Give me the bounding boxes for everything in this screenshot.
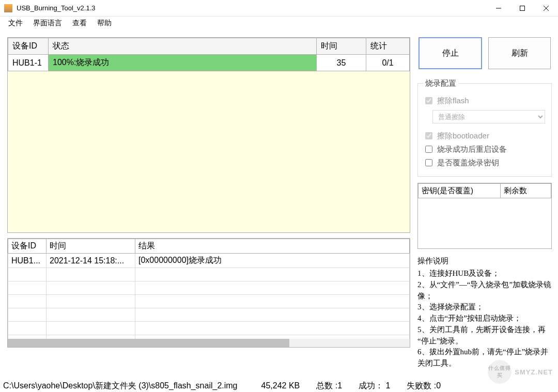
horizontal-scrollbar[interactable]	[8, 339, 410, 347]
col-id[interactable]: 设备ID	[8, 38, 49, 55]
log-col-result[interactable]: 结果	[135, 239, 410, 254]
titlebar: USB_Burning_Tool_v2.1.3	[0, 0, 558, 17]
menu-file[interactable]: 文件	[4, 18, 27, 29]
table-row[interactable]: HUB1-1 100%:烧录成功 35 0/1	[8, 55, 410, 71]
window-title: USB_Burning_Tool_v2.1.3	[17, 4, 487, 12]
menu-language[interactable]: 界面语言	[29, 18, 66, 29]
maximize-button[interactable]	[510, 0, 534, 16]
status-size: 45,242 KB	[253, 381, 308, 390]
cell-stat: 0/1	[366, 55, 410, 71]
log-table-header: 设备ID 时间 结果	[8, 239, 410, 254]
log-col-time[interactable]: 时间	[47, 239, 135, 254]
scrollbar-thumb[interactable]	[8, 339, 289, 347]
reboot-after-checkbox[interactable]: 烧录成功后重启设备	[423, 144, 546, 154]
config-legend: 烧录配置	[423, 79, 458, 88]
instruction-line: 4、点击“开始”按钮启动烧录；	[417, 313, 552, 324]
erase-bootloader-input[interactable]	[425, 132, 432, 139]
status-success: 成功： 1	[350, 381, 398, 391]
log-cell-result: [0x00000000]烧录成功	[135, 254, 410, 268]
col-time[interactable]: 时间	[317, 38, 366, 55]
cell-status: 100%:烧录成功	[49, 55, 317, 71]
status-fail: 失败数 :0	[398, 381, 449, 391]
overwrite-key-checkbox[interactable]: 是否覆盖烧录密钥	[423, 158, 546, 168]
statusbar: C:\Users\yaohe\Desktop\新建文件夹 (3)\s805_fl…	[0, 379, 558, 392]
col-status[interactable]: 状态	[49, 38, 317, 55]
instructions-body: 1、连接好HUB及设备； 2、从“文件”—“导入烧录包”加载烧录镜像； 3、选择…	[417, 268, 552, 369]
close-button[interactable]	[534, 0, 558, 16]
instruction-line: 2、从“文件”—“导入烧录包”加载烧录镜像；	[417, 279, 552, 302]
erase-flash-label: 擦除flash	[437, 96, 469, 106]
right-column: 停止 刷新 烧录配置 擦除flash 普通擦除 擦除bootloader 烧录成…	[417, 37, 552, 374]
left-column: 设备ID 状态 时间 统计 HUB1-1 100%:烧录成功 35 0/1	[7, 37, 410, 374]
key-table: 密钥(是否覆盖) 剩余数	[417, 183, 552, 249]
log-cell-id: HUB1...	[8, 254, 47, 268]
instruction-line: 1、连接好HUB及设备；	[417, 268, 552, 279]
col-stat[interactable]: 统计	[366, 38, 410, 55]
status-total: 总数 :1	[308, 381, 350, 391]
app-icon	[4, 4, 12, 12]
erase-flash-checkbox[interactable]: 擦除flash	[423, 96, 546, 106]
svg-rect-1	[520, 6, 525, 10]
overwrite-key-label: 是否覆盖烧录密钥	[437, 158, 499, 168]
device-table: 设备ID 状态 时间 统计 HUB1-1 100%:烧录成功 35 0/1	[7, 37, 410, 233]
erase-type-select[interactable]: 普通擦除	[432, 110, 545, 123]
instruction-line: 3、选择烧录配置；	[417, 302, 552, 313]
log-table: 设备ID 时间 结果 HUB1... 2021-12-14 15:18:... …	[7, 238, 410, 348]
control-buttons: 停止 刷新	[417, 37, 552, 69]
cell-id: HUB1-1	[8, 55, 49, 71]
status-path: C:\Users\yaohe\Desktop\新建文件夹 (3)\s805_fl…	[2, 381, 253, 391]
minimize-button[interactable]	[487, 0, 510, 16]
menu-view[interactable]: 查看	[68, 18, 91, 29]
burn-config-group: 烧录配置 擦除flash 普通擦除 擦除bootloader 烧录成功后重启设备…	[417, 79, 552, 177]
instructions: 操作说明 1、连接好HUB及设备； 2、从“文件”—“导入烧录包”加载烧录镜像；…	[417, 256, 552, 369]
erase-bootloader-label: 擦除bootloader	[437, 131, 489, 141]
instructions-title: 操作说明	[417, 256, 552, 266]
key-col-name[interactable]: 密钥(是否覆盖)	[419, 184, 501, 198]
device-table-header: 设备ID 状态 时间 统计	[8, 38, 410, 55]
cell-time: 35	[317, 55, 366, 71]
client-area: 设备ID 状态 时间 统计 HUB1-1 100%:烧录成功 35 0/1	[0, 32, 558, 379]
log-col-id[interactable]: 设备ID	[8, 239, 47, 254]
menubar: 文件 界面语言 查看 帮助	[0, 17, 558, 30]
overwrite-key-input[interactable]	[425, 159, 432, 166]
instruction-line: 5、关闭工具前，先断开设备连接，再“停止”烧录。	[417, 324, 552, 347]
stop-button[interactable]: 停止	[419, 37, 482, 69]
table-row[interactable]: HUB1... 2021-12-14 15:18:... [0x00000000…	[8, 254, 410, 268]
key-col-remain[interactable]: 剩余数	[501, 184, 551, 198]
instruction-line: 6、拔出外置hub前，请先“停止”烧录并关闭工具。	[417, 347, 552, 369]
log-cell-time: 2021-12-14 15:18:...	[47, 254, 135, 268]
device-table-empty-area	[8, 71, 410, 232]
reboot-after-input[interactable]	[425, 146, 432, 153]
erase-bootloader-checkbox[interactable]: 擦除bootloader	[423, 131, 546, 141]
erase-flash-input[interactable]	[425, 97, 432, 104]
reboot-after-label: 烧录成功后重启设备	[437, 145, 507, 154]
window-controls	[487, 0, 558, 16]
menu-help[interactable]: 帮助	[93, 18, 116, 29]
refresh-button[interactable]: 刷新	[488, 37, 551, 69]
